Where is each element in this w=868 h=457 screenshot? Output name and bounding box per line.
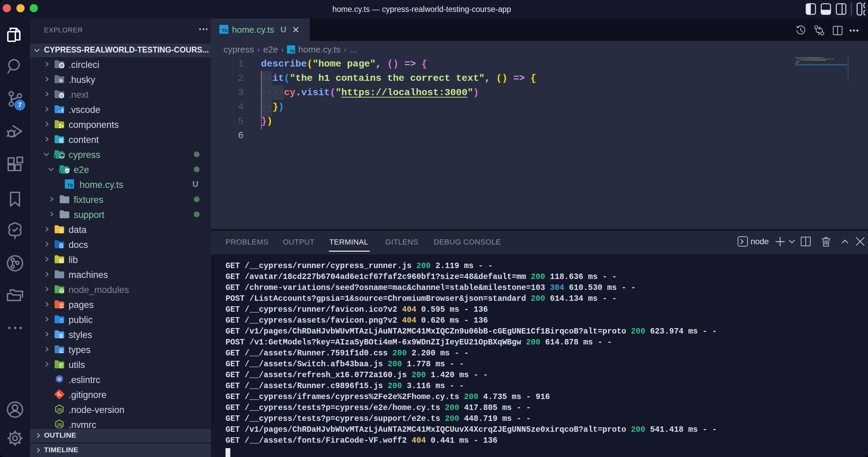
svg-text:JS: JS <box>57 422 62 427</box>
svg-text:N: N <box>60 94 63 98</box>
svg-text:cy: cy <box>60 154 64 158</box>
svg-text:<>: <> <box>59 305 63 308</box>
svg-text:TS: TS <box>59 349 63 353</box>
svg-text:JS: JS <box>57 407 62 412</box>
